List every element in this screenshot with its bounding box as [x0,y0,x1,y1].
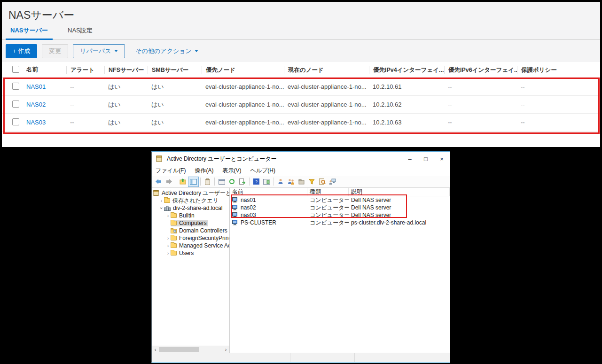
list-item[interactable]: nas01 コンピューター Dell NAS server [230,196,450,204]
table-row[interactable]: NAS01 -- はい はい eval-cluster-appliance-1-… [2,78,600,96]
tree-item-computers[interactable]: Computers [152,219,229,227]
repurpose-button-label: リパーパス [80,47,111,55]
nas-server-link[interactable]: NAS03 [23,119,66,126]
export-list-icon[interactable] [237,177,247,186]
minimize-button[interactable]: – [402,152,418,165]
status-segment [355,353,450,362]
find-icon[interactable] [317,177,327,186]
column-header-smb[interactable]: SMBサーバー [148,66,202,74]
maximize-button[interactable]: □ [418,152,434,165]
more-actions-button[interactable]: その他のアクション [135,47,198,55]
cell-smb: はい [148,101,202,109]
tree-item-aduc-root[interactable]: Active Directory ユーザーとコンピューター [152,189,229,197]
row-checkbox[interactable] [12,83,19,90]
column-header-ipv6[interactable]: 優先IPv6インターフェイ... [444,66,517,74]
tree-item-foreign-security-principals[interactable]: › ForeignSecurityPrincipals [152,234,229,242]
tree-item-managed-service-accounts[interactable]: › Managed Service Accounts [152,242,229,249]
tree-item-label: Managed Service Accounts [178,242,229,249]
cell-ipv4: 10.2.10.61 [369,83,444,90]
chevron-right-icon[interactable]: › [159,198,164,203]
tree-item-saved-queries[interactable]: › 保存されたクエリ [152,197,229,204]
column-header-ipv4[interactable]: 優先IPv4インターフェイ... [369,66,444,74]
show-console-tree-icon[interactable] [188,177,198,186]
table-header-row: 名前 アラート NFSサーバー SMBサーバー 優先ノード 現在のノード 優先I… [2,62,600,78]
tree-item-users[interactable]: › Users [152,249,229,257]
nas-manager-header: NASサーバー NASサーバー NAS設定 + 作成 変更 リパーパス その他の… [2,2,600,62]
modify-button[interactable]: 変更 [42,44,68,58]
horizontal-scrollbar[interactable]: ‹ › [152,346,229,353]
scroll-right-icon[interactable]: › [222,347,229,353]
list-header-row: 名前 種類 説明 [230,188,450,196]
tab-nas-servers[interactable]: NASサーバー [10,26,48,39]
chevron-down-icon[interactable]: › [159,206,164,211]
cell-current-node: eval-cluster-appliance-1-no... [284,101,369,108]
window-icon[interactable] [217,177,227,186]
toolbar-separator [274,178,274,186]
repurpose-button[interactable]: リパーパス [73,44,125,58]
list-column-description[interactable]: 説明 [349,188,450,196]
list-item[interactable]: nas03 コンピューター Dell NAS server [230,211,450,219]
list-column-type[interactable]: 種類 [307,188,349,196]
computer-name: nas02 [241,204,256,211]
list-item[interactable]: nas02 コンピューター Dell NAS server [230,204,450,211]
help-icon[interactable]: ? [251,177,261,186]
menu-help[interactable]: ヘルプ(H) [250,167,275,175]
nas-manager-panel: NASサーバー NASサーバー NAS設定 + 作成 変更 リパーパス その他の… [2,2,600,147]
new-group-icon[interactable] [286,177,296,186]
toolbar-separator [176,178,176,186]
table-row[interactable]: NAS02 -- はい はい eval-cluster-appliance-1-… [2,96,600,114]
console-window-icon[interactable] [262,177,272,186]
list-item[interactable]: PS-CLUSTER コンピューター ps-cluster.div-2-shar… [230,219,450,226]
nas-server-link[interactable]: NAS02 [23,101,66,108]
tree-item-domain[interactable]: › div-2-share-ad.local [152,204,229,212]
back-icon[interactable] [154,177,164,186]
window-title: Active Directory ユーザーとコンピューター [167,155,277,163]
select-all-checkbox[interactable] [12,66,19,73]
nas-server-link[interactable]: NAS01 [23,83,66,90]
change-domain-icon[interactable] [328,177,337,186]
column-header-name[interactable]: 名前 [23,66,66,74]
list-empty-area [230,226,450,353]
refresh-icon[interactable] [227,177,237,186]
column-header-nfs[interactable]: NFSサーバー [104,66,148,74]
cell-preferred-node: eval-cluster-appliance-1-no... [202,83,284,90]
close-button[interactable]: × [434,152,450,165]
filter-icon[interactable] [307,177,317,186]
column-header-current-node[interactable]: 現在のノード [284,66,369,74]
computer-icon [232,197,238,203]
computer-description: Dell NAS server [349,212,450,218]
up-one-level-icon[interactable] [178,177,188,186]
tree-item-label: Domain Controllers [178,227,229,234]
row-checkbox[interactable] [12,118,19,125]
tab-nas-settings[interactable]: NAS設定 [68,26,93,39]
menu-file[interactable]: ファイル(F) [156,167,186,175]
object-list-pane: 名前 種類 説明 nas01 コンピューター Dell NAS server [230,188,450,353]
tree-item-builtin[interactable]: › Builtin [152,212,229,219]
create-button[interactable]: + 作成 [6,44,37,58]
new-user-icon[interactable] [276,177,286,186]
chevron-right-icon[interactable]: › [165,251,171,256]
computer-description: ps-cluster.div-2-share-ad.local [349,219,450,226]
column-header-preferred-node[interactable]: 優先ノード [202,66,284,74]
menu-view[interactable]: 表示(V) [222,167,241,175]
chevron-right-icon[interactable]: › [165,236,171,240]
properties-icon[interactable] [203,177,212,186]
new-ou-icon[interactable] [297,177,306,186]
column-header-protection-policy[interactable]: 保護ポリシー [517,66,600,74]
scrollbar-thumb[interactable] [159,347,199,352]
table-row[interactable]: NAS03 -- はい はい eval-cluster-appliance-1-… [2,114,600,132]
menu-action[interactable]: 操作(A) [195,167,213,175]
cell-nfs: はい [104,83,148,91]
titlebar[interactable]: Active Directory ユーザーとコンピューター – □ × [152,152,450,165]
folder-icon [171,243,177,248]
list-column-name[interactable]: 名前 [230,188,307,196]
computer-type: コンピューター [307,219,349,227]
tree-item-label: div-2-share-ad.local [172,205,224,211]
chevron-right-icon[interactable]: › [165,243,171,248]
tree-item-domain-controllers[interactable]: Domain Controllers [152,227,229,234]
column-header-alert[interactable]: アラート [66,66,104,74]
scroll-left-icon[interactable]: ‹ [152,347,159,353]
chevron-right-icon[interactable]: › [165,213,171,218]
row-checkbox[interactable] [12,101,19,108]
forward-icon[interactable] [164,177,174,186]
